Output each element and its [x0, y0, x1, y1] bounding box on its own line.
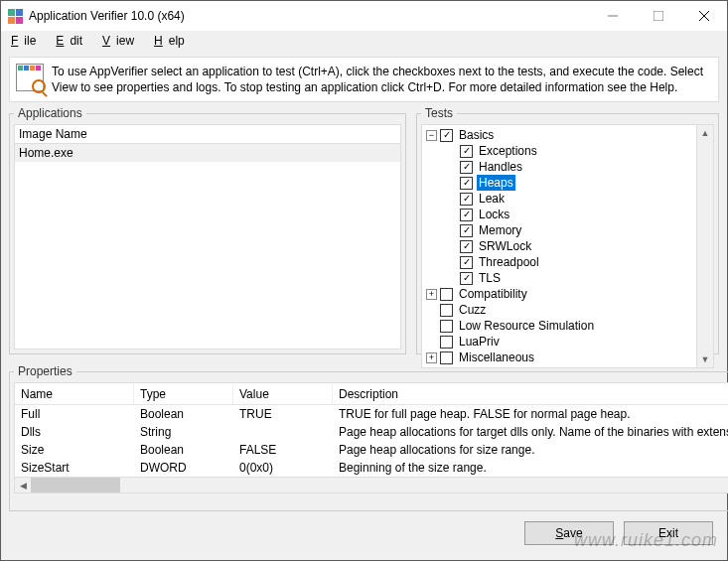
- checkbox[interactable]: [460, 256, 473, 269]
- tree-node[interactable]: Memory: [422, 222, 696, 238]
- window-title: Application Verifier 10.0 (x64): [29, 9, 590, 23]
- checkbox[interactable]: [460, 145, 473, 158]
- checkbox[interactable]: [460, 177, 473, 190]
- tree-node[interactable]: Handles: [422, 159, 696, 175]
- property-row[interactable]: SizeBooleanFALSEPage heap allocations fo…: [15, 441, 728, 459]
- checkbox[interactable]: [440, 336, 453, 349]
- tree-node[interactable]: Leak: [422, 191, 696, 207]
- checkbox[interactable]: [440, 288, 453, 301]
- checkbox[interactable]: [460, 161, 473, 174]
- app-window: Application Verifier 10.0 (x64) File Edi…: [0, 0, 728, 561]
- minimize-button[interactable]: [590, 1, 636, 31]
- properties-group: Properties Name Type Value Description F…: [9, 364, 728, 511]
- menu-bar: File Edit View Help: [1, 31, 727, 51]
- exit-button[interactable]: Exit: [624, 521, 713, 545]
- checkbox[interactable]: [440, 351, 453, 364]
- properties-header[interactable]: Name Type Value Description: [15, 383, 728, 405]
- properties-table: Name Type Value Description FullBooleanT…: [14, 382, 728, 493]
- applications-legend: Applications: [14, 106, 86, 120]
- checkbox[interactable]: [460, 193, 473, 206]
- title-bar[interactable]: Application Verifier 10.0 (x64): [1, 1, 727, 31]
- collapse-icon[interactable]: −: [426, 130, 437, 141]
- save-button[interactable]: Save: [524, 521, 614, 545]
- menu-view[interactable]: View: [96, 32, 146, 50]
- tree-node[interactable]: Locks: [422, 207, 696, 222]
- scroll-thumb[interactable]: [31, 478, 120, 493]
- close-button[interactable]: [681, 1, 727, 31]
- checkbox[interactable]: [440, 320, 453, 333]
- tree-node-lowres[interactable]: Low Resource Simulation: [422, 318, 696, 334]
- tree-node-basics[interactable]: − Basics: [422, 127, 696, 143]
- app-icon: [7, 8, 23, 24]
- tree-node[interactable]: Exceptions: [422, 143, 696, 159]
- tree-node[interactable]: Threadpool: [422, 254, 696, 270]
- tests-group: Tests − Basics Exceptions Handles Heaps …: [416, 106, 719, 354]
- expand-icon[interactable]: +: [426, 352, 437, 363]
- checkbox[interactable]: [460, 209, 473, 221]
- property-row[interactable]: DllsStringPage heap allocations for targ…: [15, 423, 728, 441]
- tests-tree[interactable]: − Basics Exceptions Handles Heaps Leak L…: [422, 125, 696, 367]
- tree-node-cuzz[interactable]: Cuzz: [422, 302, 696, 318]
- tree-node[interactable]: SRWLock: [422, 238, 696, 254]
- tests-scrollbar[interactable]: ▲ ▼: [696, 125, 713, 367]
- checkbox[interactable]: [460, 224, 473, 237]
- tree-node[interactable]: TLS: [422, 270, 696, 286]
- tree-node-luapriv[interactable]: LuaPriv: [422, 334, 696, 350]
- scroll-up-icon[interactable]: ▲: [697, 125, 713, 141]
- tree-node-misc[interactable]: +Miscellaneous: [422, 350, 696, 365]
- property-row[interactable]: SizeStartDWORD0(0x0)Beginning of the siz…: [15, 459, 728, 477]
- maximize-button[interactable]: [636, 1, 681, 31]
- property-row[interactable]: FullBooleanTRUETRUE for full page heap. …: [15, 405, 728, 423]
- scroll-left-icon[interactable]: ◀: [15, 478, 31, 493]
- menu-help[interactable]: Help: [148, 32, 197, 50]
- applications-list[interactable]: Home.exe: [14, 144, 401, 350]
- checkbox[interactable]: [460, 240, 473, 253]
- info-icon: [16, 64, 44, 91]
- checkbox[interactable]: [440, 304, 453, 317]
- button-row: Save Exit: [1, 511, 727, 551]
- tests-legend: Tests: [421, 106, 457, 120]
- info-bar: To use AppVerifier select an application…: [9, 57, 719, 102]
- checkbox[interactable]: [460, 272, 473, 285]
- checkbox[interactable]: [440, 129, 453, 142]
- properties-legend: Properties: [14, 364, 76, 378]
- menu-edit[interactable]: Edit: [50, 32, 94, 50]
- info-message: To use AppVerifier select an application…: [52, 64, 712, 95]
- tree-node-compatibility[interactable]: +Compatibility: [422, 286, 696, 302]
- application-row[interactable]: Home.exe: [15, 144, 400, 162]
- menu-file[interactable]: File: [5, 32, 48, 50]
- tree-node-heaps[interactable]: Heaps: [422, 175, 696, 191]
- properties-hscroll[interactable]: ◀ ▶: [15, 477, 728, 492]
- expand-icon[interactable]: +: [426, 289, 437, 300]
- svg-rect-1: [654, 11, 663, 21]
- applications-group: Applications Image Name Home.exe: [9, 106, 406, 354]
- applications-header[interactable]: Image Name: [14, 124, 401, 144]
